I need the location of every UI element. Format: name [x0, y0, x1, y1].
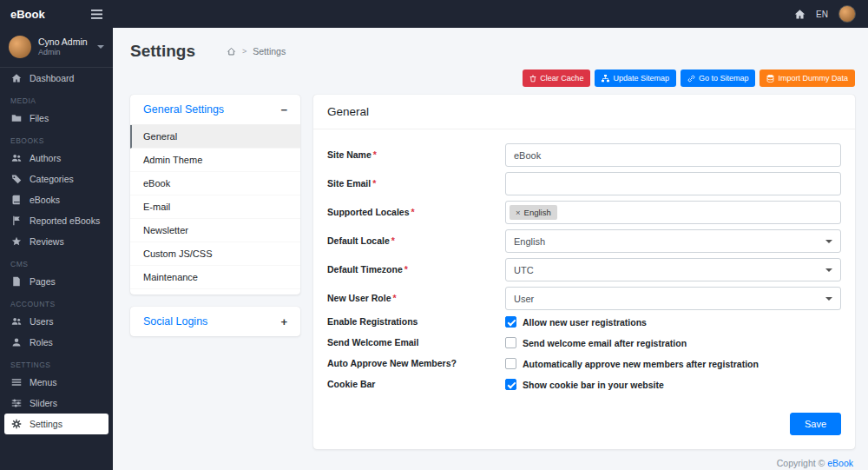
breadcrumb-home-icon[interactable]: [227, 47, 236, 56]
bars-icon: [10, 377, 23, 387]
settings-nav-item-newsletter[interactable]: Newsletter: [130, 219, 300, 242]
field-label: Send Welcome Email: [327, 337, 418, 348]
user-name: Cyno Admin: [38, 36, 90, 48]
supported-locales-row: Supported Locales* × English: [327, 201, 841, 224]
page-title: Settings: [130, 42, 195, 61]
go-to-sitemap-button[interactable]: Go to Sitemap: [681, 70, 756, 87]
cookie-bar-row: Cookie Bar Show cookie bar in your websi…: [327, 378, 841, 390]
sidebar-item-label: Settings: [30, 419, 62, 429]
group-title: General Settings: [143, 103, 224, 116]
sidebar-item-files[interactable]: Files: [0, 108, 113, 129]
field-label: Default Timezone: [327, 264, 403, 275]
language-selector[interactable]: EN: [816, 10, 828, 19]
folder-icon: [10, 113, 23, 123]
cookie-bar-checkbox[interactable]: [505, 379, 516, 390]
field-label: New User Role: [327, 293, 391, 303]
sidebar-user-panel[interactable]: Cyno Admin Admin: [0, 28, 113, 68]
default-locale-row: Default Locale* English: [327, 229, 841, 253]
breadcrumb: > Settings: [227, 46, 286, 56]
sidebar-item-reported-ebooks[interactable]: Reported eBooks: [0, 210, 113, 231]
users-icon: [10, 316, 23, 327]
clear-cache-button[interactable]: Clear Cache: [523, 70, 590, 87]
hamburger-menu-icon[interactable]: [91, 10, 102, 19]
general-settings-group-header[interactable]: General Settings −: [130, 95, 300, 124]
enable-registrations-checkbox[interactable]: [505, 316, 516, 328]
brand-area: eBook: [0, 0, 113, 28]
sidebar-item-users[interactable]: Users: [0, 311, 113, 332]
sidebar-item-label: Authors: [30, 153, 61, 163]
social-logins-group-header[interactable]: Social Logins +: [130, 307, 300, 336]
user-avatar[interactable]: [838, 5, 856, 23]
field-label: Auto Approve New Members?: [327, 358, 457, 368]
sidebar-item-label: Dashboard: [30, 73, 74, 83]
supported-locales-input[interactable]: × English: [505, 201, 841, 224]
general-settings-card: General Settings − General Admin Theme e…: [130, 95, 300, 295]
send-welcome-email-row: Send Welcome Email Send welcome email af…: [327, 336, 841, 348]
required-asterisk: *: [372, 178, 376, 189]
new-user-role-row: New User Role* User: [327, 287, 841, 310]
database-icon: [766, 75, 774, 83]
sidebar-item-label: Categories: [30, 174, 74, 184]
update-sitemap-button[interactable]: Update Sitemap: [595, 70, 676, 87]
send-welcome-email-checkbox[interactable]: [505, 337, 516, 348]
sidebar-item-ebooks[interactable]: eBooks: [0, 189, 113, 210]
sidebar-item-label: Pages: [30, 276, 56, 287]
sidebar-item-settings[interactable]: Settings: [4, 414, 108, 434]
settings-nav-column: General Settings − General Admin Theme e…: [130, 95, 300, 336]
selected-value: English: [514, 236, 545, 247]
auto-approve-checkbox[interactable]: [505, 358, 516, 369]
sidebar-item-pages[interactable]: Pages: [0, 271, 113, 292]
checkbox-label: Automatically approve new members after …: [523, 359, 759, 369]
sidebar-section-ebooks: EBOOKS: [0, 129, 113, 148]
settings-nav-item-admin-theme[interactable]: Admin Theme: [130, 149, 300, 172]
breadcrumb-current: Settings: [253, 46, 286, 56]
social-logins-card: Social Logins +: [130, 307, 300, 336]
default-locale-select[interactable]: English: [505, 229, 841, 253]
save-button[interactable]: Save: [790, 413, 841, 435]
required-asterisk: *: [404, 264, 408, 275]
minus-icon[interactable]: −: [280, 104, 287, 116]
form-body: Site Name* Site Email* Supported Locales…: [313, 129, 855, 449]
sidebar-item-label: eBooks: [30, 195, 60, 205]
sitemap-icon: [602, 75, 609, 83]
settings-nav-item-general[interactable]: General: [130, 125, 300, 149]
sidebar-item-dashboard[interactable]: Dashboard: [0, 68, 113, 89]
remove-tag-icon[interactable]: ×: [516, 208, 521, 217]
group-title: Social Logins: [143, 315, 207, 328]
app-brand: eBook: [10, 8, 45, 21]
settings-nav-item-ebook[interactable]: eBook: [130, 172, 300, 195]
settings-nav-item-email[interactable]: E-mail: [130, 195, 300, 219]
page-header: Settings > Settings: [130, 42, 855, 61]
field-label: Cookie Bar: [327, 379, 375, 389]
sidebar-item-reviews[interactable]: Reviews: [0, 231, 113, 252]
sidebar-item-label: Files: [30, 113, 49, 123]
home-icon[interactable]: [794, 9, 806, 20]
sidebar-item-authors[interactable]: Authors: [0, 148, 113, 169]
user-icon: [10, 337, 23, 348]
sidebar-item-sliders[interactable]: Sliders: [0, 393, 113, 414]
site-name-input[interactable]: [505, 143, 841, 167]
default-timezone-select[interactable]: UTC: [505, 258, 841, 281]
sidebar-item-categories[interactable]: Categories: [0, 169, 113, 189]
sliders-icon: [10, 398, 23, 408]
site-email-input[interactable]: [505, 172, 841, 195]
settings-nav-item-maintenance[interactable]: Maintenance: [130, 266, 300, 289]
sidebar-section-accounts: ACCOUNTS: [0, 292, 113, 311]
plus-icon[interactable]: +: [280, 316, 287, 328]
home-icon: [10, 73, 23, 83]
breadcrumb-separator: >: [242, 47, 247, 56]
chevron-down-icon: [97, 45, 104, 49]
new-user-role-select[interactable]: User: [505, 287, 841, 310]
sidebar-section-cms: CMS: [0, 252, 113, 271]
sidebar-item-menus[interactable]: Menus: [0, 372, 113, 393]
book-icon: [10, 195, 23, 205]
footer-brand-link[interactable]: eBook: [827, 458, 853, 468]
import-dummy-data-button[interactable]: Import Dummy Data: [760, 70, 855, 87]
form-title: General: [313, 95, 855, 129]
site-name-row: Site Name*: [327, 143, 841, 167]
settings-nav-item-custom-js-css[interactable]: Custom JS/CSS: [130, 242, 300, 266]
required-asterisk: *: [391, 235, 395, 246]
sidebar-item-roles[interactable]: Roles: [0, 332, 113, 353]
checkbox-label: Allow new user registrations: [523, 317, 647, 328]
content-cards: General Settings − General Admin Theme e…: [130, 95, 855, 449]
